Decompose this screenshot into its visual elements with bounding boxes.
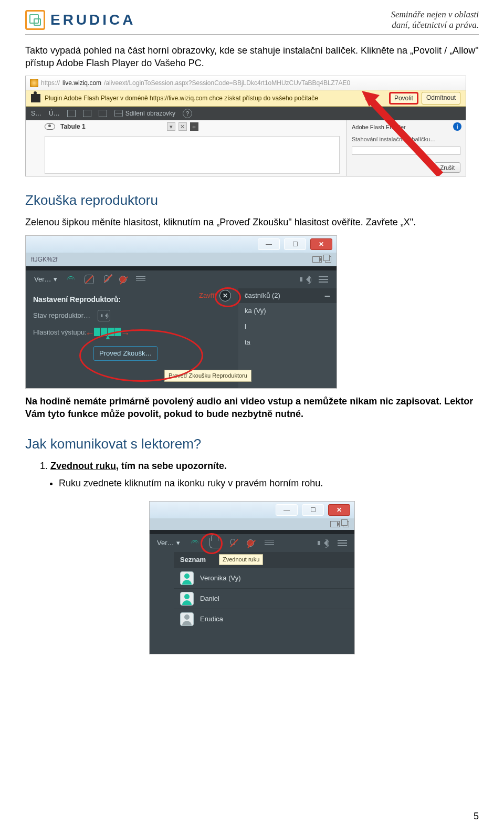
wifi-icon[interactable] xyxy=(191,540,199,546)
cancel-button[interactable]: Zrušit xyxy=(435,162,461,173)
deny-button[interactable]: Odmítnout xyxy=(422,92,460,105)
output-volume-label: Hlasitost výstupu: xyxy=(33,328,87,337)
avatar-icon xyxy=(180,571,194,585)
progress-bar xyxy=(352,147,460,155)
speaker-status-label: Stav reproduktor… xyxy=(33,311,90,320)
speaker-status-icon[interactable] xyxy=(98,310,110,321)
brand-logo-icon xyxy=(25,10,45,30)
tab-close-icon[interactable]: ✕ xyxy=(178,122,187,131)
microphone-muted-icon[interactable] xyxy=(103,275,110,284)
tooltip: Zvednout ruku xyxy=(219,554,263,565)
paragraph-speaker-test: Zelenou šipkou měníte hlasitost, kliknut… xyxy=(25,216,479,228)
screenshot-participants: ― ☐ ✕ Ver… ▾ Seznam Veronika (Vy) xyxy=(149,501,355,654)
brand: ERUDICA xyxy=(25,10,136,30)
toolbar-item-icon[interactable] xyxy=(83,110,91,117)
version-dropdown[interactable]: Ver… ▾ xyxy=(157,538,180,548)
address-bar[interactable]: https:// live.wiziq.com /aliveext/LoginT… xyxy=(26,76,466,90)
equalizer-icon[interactable] xyxy=(265,540,274,546)
controls-bar: Ver… ▾ xyxy=(150,534,354,552)
participant-row[interactable]: Erudica xyxy=(174,609,354,629)
speaker-icon[interactable] xyxy=(300,276,309,283)
paragraph-permissions: Na hodině nemáte primárně povolený audio… xyxy=(25,395,479,421)
screenshot-browser-plugin: https:// live.wiziq.com /aliveext/LoginT… xyxy=(25,76,466,176)
whiteboard-canvas[interactable] xyxy=(45,136,340,174)
flash-enabler-panel: i Adobe Flash Enabler Stahování instalač… xyxy=(346,120,466,176)
participants-header: častníků (2) xyxy=(245,291,280,300)
plugin-puzzle-icon xyxy=(31,94,40,102)
version-dropdown[interactable]: Ver… ▾ xyxy=(34,275,57,284)
workspace: Tabule 1 ▾ ✕ ＋ i Adobe Flash Enabler Sta… xyxy=(26,120,466,176)
participant-item[interactable]: ta xyxy=(238,335,337,350)
page-header: ERUDICA Semináře nejen v oblasti daní, ú… xyxy=(25,9,479,31)
window-maximize-button[interactable]: ☐ xyxy=(302,504,324,516)
bullet-list: Ruku zvednete kliknutím na ikonku ruky v… xyxy=(54,477,479,489)
tab-dropdown-icon[interactable]: ▾ xyxy=(167,122,175,131)
enabler-title: Adobe Flash Enabler xyxy=(352,123,460,131)
participant-item[interactable]: l xyxy=(238,319,337,335)
brand-tagline: Semináře nejen v oblasti daní, účetnictv… xyxy=(391,9,479,31)
arrow-left-icon: ← xyxy=(85,327,94,340)
raise-hand-label: Zvednout ruku xyxy=(50,461,116,471)
ordered-list: Zvednout ruku, tím na sebe upozorníte. xyxy=(41,460,479,472)
app-toolbar: S… Ú… Sdílení obrazovky ? xyxy=(26,107,466,120)
camera-icon[interactable] xyxy=(312,256,322,263)
panel-title: Nastavení Reproduktorů: xyxy=(33,295,192,305)
window-popout-icon[interactable] xyxy=(343,521,349,527)
tab-add-icon[interactable]: ＋ xyxy=(190,122,198,131)
toolbar-item-u[interactable]: Ú… xyxy=(49,109,60,118)
url-domain: live.wiziq.com xyxy=(62,79,101,87)
speaker-icon[interactable] xyxy=(318,539,327,547)
window-minimize-button[interactable]: ― xyxy=(276,504,298,516)
annotation-circle-icon xyxy=(201,533,223,554)
record-disabled-icon[interactable] xyxy=(119,276,127,283)
whiteboard-tab[interactable]: Tabule 1 xyxy=(60,122,86,131)
window-controls: ― ☐ ✕ xyxy=(26,236,337,253)
enabler-status: Stahování instalačního balíčku… xyxy=(352,135,460,143)
annotation-circle-icon xyxy=(215,287,241,307)
hamburger-menu-icon[interactable] xyxy=(338,540,347,546)
avatar-icon xyxy=(180,612,194,626)
divider xyxy=(150,530,354,534)
list-item: Zvednout ruku, tím na sebe upozorníte. xyxy=(50,460,479,472)
participant-item[interactable]: ka (Vy) xyxy=(238,303,337,319)
security-shield-icon xyxy=(30,79,38,87)
raise-hand-icon[interactable] xyxy=(85,275,94,284)
wifi-icon[interactable] xyxy=(67,276,75,283)
collapse-icon[interactable]: – xyxy=(324,288,330,303)
help-icon[interactable]: ? xyxy=(183,109,192,118)
participant-row[interactable]: Daniel xyxy=(174,588,354,609)
window-close-button[interactable]: ✕ xyxy=(328,504,350,516)
window-minimize-button[interactable]: ― xyxy=(258,238,280,250)
record-disabled-icon[interactable] xyxy=(247,539,254,547)
screen-share-icon xyxy=(114,110,123,117)
annotation-circle-icon xyxy=(79,329,203,382)
page-number: 5 xyxy=(474,810,479,822)
hamburger-menu-icon[interactable] xyxy=(319,276,328,283)
header-divider xyxy=(25,34,479,35)
window-controls: ― ☐ ✕ xyxy=(150,502,354,518)
list-header: Seznam xyxy=(174,552,354,568)
participants-list: Seznam Veronika (Vy) Daniel Erudica xyxy=(174,552,354,654)
toolbar-item-icon[interactable] xyxy=(99,110,107,117)
window-maximize-button[interactable]: ☐ xyxy=(284,238,306,250)
camera-icon[interactable] xyxy=(330,521,340,527)
participant-row[interactable]: Veronika (Vy) xyxy=(174,568,354,588)
allow-button[interactable]: Povolit xyxy=(389,92,418,105)
url-path: /aliveext/LoginToSession.aspx?SessionCod… xyxy=(104,79,350,87)
paragraph-intro: Takto vypadá pohled na část horní obrazo… xyxy=(25,44,479,70)
toolbar-item-s[interactable]: S… xyxy=(31,109,41,118)
brand-name: ERUDICA xyxy=(50,10,136,30)
equalizer-icon[interactable] xyxy=(136,276,145,283)
avatar-icon xyxy=(180,592,194,606)
plugin-message: Plugin Adobe Flash Player v doméně https… xyxy=(45,94,318,102)
window-popout-icon[interactable] xyxy=(325,256,331,263)
heading-communicate: Jak komunikovat s lektorem? xyxy=(25,435,479,453)
browser-tab[interactable]: ftJGK%2f xyxy=(31,255,58,264)
heading-speaker-test: Zkouška reproduktoru xyxy=(25,191,479,210)
toolbar-screen-share[interactable]: Sdílení obrazovky xyxy=(114,109,175,118)
url-prefix: https:// xyxy=(41,79,60,87)
eye-icon[interactable] xyxy=(45,123,55,130)
toolbar-item-icon[interactable] xyxy=(67,110,76,117)
window-close-button[interactable]: ✕ xyxy=(310,238,332,250)
microphone-muted-icon[interactable] xyxy=(230,539,236,547)
